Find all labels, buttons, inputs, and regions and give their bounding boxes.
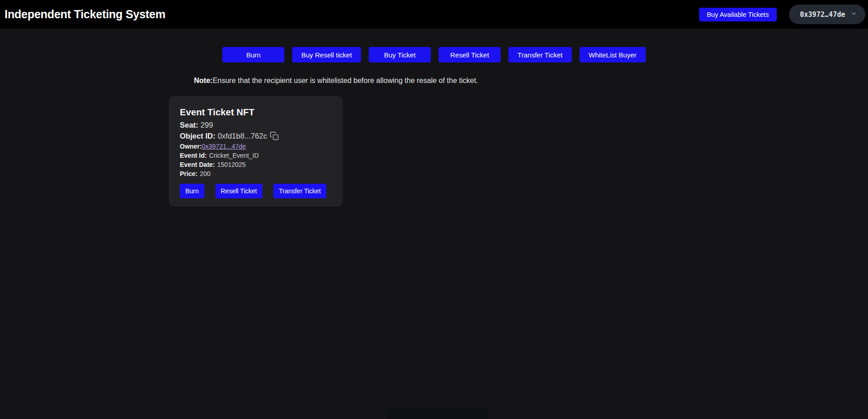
field-value: 15012025 <box>217 161 246 168</box>
ticket-field-owner: Owner:0x39721...47de <box>180 142 332 151</box>
card-burn-button[interactable]: Burn <box>180 184 204 198</box>
note-label: Note: <box>194 77 213 84</box>
ticket-card-title: Event Ticket NFT <box>180 106 332 118</box>
app-title: Independent Ticketing System <box>5 8 165 21</box>
ticket-field-price: Price:200 <box>180 169 332 178</box>
field-value: 0xfd1b8...762c <box>218 132 267 140</box>
nav-button-resell-ticket[interactable]: Resell Ticket <box>439 47 501 62</box>
copy-icon[interactable] <box>270 131 279 140</box>
card-transfer-ticket-button[interactable]: Transfer Ticket <box>273 184 326 198</box>
ticket-field-seat: Seat:299 <box>180 120 332 130</box>
field-value: 299 <box>200 121 213 129</box>
nav-button-buy-ticket[interactable]: Buy Ticket <box>369 47 431 62</box>
field-label: Owner: <box>180 143 202 150</box>
bottom-overlay-peek <box>387 408 489 419</box>
wallet-account-button[interactable]: 0x3972…47de <box>789 5 865 24</box>
ticket-field-object-id: Object ID:0xfd1b8...762c <box>180 131 332 141</box>
buy-available-tickets-button[interactable]: Buy Available Tickets <box>699 8 777 21</box>
header-actions: Buy Available Tickets 0x3972…47de <box>699 5 865 24</box>
field-value: 200 <box>200 170 210 177</box>
ticket-card-actions: Burn Resell Ticket Transfer Ticket <box>180 184 332 198</box>
ticket-field-event-id: Event Id:Cricket_Event_ID <box>180 151 332 160</box>
action-nav: Burn Buy Resell ticket Buy Ticket Resell… <box>0 47 868 62</box>
nav-button-burn[interactable]: Burn <box>222 47 284 62</box>
app-header: Independent Ticketing System Buy Availab… <box>0 0 868 29</box>
whitelist-note: Note:Ensure that the recipient user is w… <box>194 76 478 85</box>
wallet-address: 0x3972…47de <box>800 10 845 19</box>
field-label: Price: <box>180 170 198 177</box>
field-label: Seat: <box>180 121 198 129</box>
ticket-field-event-date: Event Date:15012025 <box>180 160 332 169</box>
chevron-down-icon <box>851 10 857 19</box>
nav-button-transfer-ticket[interactable]: Transfer Ticket <box>508 47 572 62</box>
note-text: Ensure that the recipient user is whitel… <box>213 77 478 84</box>
nav-button-buy-resell-ticket[interactable]: Buy Resell ticket <box>292 47 361 62</box>
field-label: Object ID: <box>180 132 215 140</box>
card-resell-ticket-button[interactable]: Resell Ticket <box>215 184 262 198</box>
owner-address-link[interactable]: 0x39721...47de <box>202 143 246 150</box>
field-value: Cricket_Event_ID <box>209 152 259 159</box>
ticket-card: Event Ticket NFT Seat:299 Object ID:0xfd… <box>169 96 343 207</box>
field-label: Event Date: <box>180 161 215 168</box>
nav-button-whitelist-buyer[interactable]: WhiteList Buyer <box>580 47 646 62</box>
field-label: Event Id: <box>180 152 207 159</box>
